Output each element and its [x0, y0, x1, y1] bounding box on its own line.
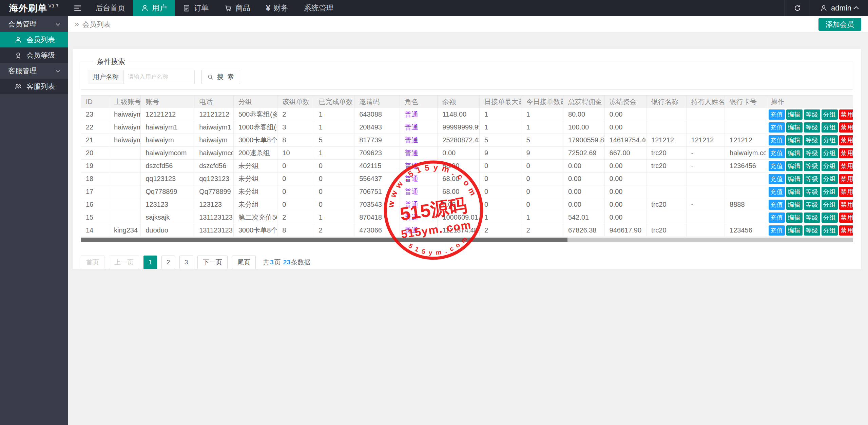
recharge-button[interactable]: 充值 — [769, 174, 785, 184]
disable-button[interactable]: 禁用 — [839, 187, 853, 197]
level-button[interactable]: 等级 — [804, 200, 820, 210]
disable-button[interactable]: 禁用 — [839, 135, 853, 145]
edit-button[interactable]: 编辑 — [786, 161, 803, 171]
add-member-button[interactable]: 添加会员 — [818, 18, 861, 31]
table-cell: 17 — [81, 185, 109, 198]
nav-item-finance[interactable]: ¥ 财务 — [258, 0, 296, 16]
recharge-button[interactable]: 充值 — [769, 225, 785, 236]
pagination-next[interactable]: 下一页 — [197, 256, 228, 269]
sidebar-item-service-list[interactable]: 客服列表 — [0, 79, 68, 94]
level-button[interactable]: 等级 — [804, 122, 820, 133]
recharge-button[interactable]: 充值 — [769, 212, 785, 223]
table-cell: Qq778899 — [141, 185, 194, 198]
nav-item-goods[interactable]: 商品 — [216, 0, 258, 16]
refresh-button[interactable] — [784, 0, 810, 16]
disable-button[interactable]: 禁用 — [839, 200, 853, 210]
column-header: 电话 — [194, 96, 233, 108]
edit-button[interactable]: 编辑 — [786, 225, 803, 236]
pagination-last[interactable]: 尾页 — [232, 256, 256, 269]
table-cell: 402115 — [354, 160, 400, 173]
group-button[interactable]: 分组 — [822, 122, 838, 133]
sidebar-group-member-management[interactable]: 会员管理 — [0, 16, 68, 32]
recharge-button[interactable]: 充值 — [769, 200, 785, 210]
role-link[interactable]: 普通 — [405, 214, 418, 221]
table-cell: 121212 — [725, 134, 766, 147]
edit-button[interactable]: 编辑 — [786, 212, 803, 223]
disable-button[interactable]: 禁用 — [839, 148, 853, 158]
group-button[interactable]: 分组 — [822, 225, 838, 236]
disable-button[interactable]: 禁用 — [839, 109, 853, 120]
pagination-prev[interactable]: 上一页 — [109, 256, 139, 269]
nav-item-dashboard[interactable]: 后台首页 — [88, 0, 133, 16]
edit-button[interactable]: 编辑 — [786, 109, 803, 120]
edit-button[interactable]: 编辑 — [786, 187, 803, 197]
level-button[interactable]: 等级 — [804, 187, 820, 197]
level-button[interactable]: 等级 — [804, 161, 820, 171]
level-button[interactable]: 等级 — [804, 225, 820, 236]
sidebar-item-member-list[interactable]: 会员列表 — [0, 32, 68, 47]
sidebar-group-service-management[interactable]: 客服管理 — [0, 63, 68, 79]
level-button[interactable]: 等级 — [804, 212, 820, 223]
role-link[interactable]: 普通 — [405, 110, 418, 118]
recharge-button[interactable]: 充值 — [769, 135, 785, 145]
group-button[interactable]: 分组 — [822, 200, 838, 210]
table-cell: 未分组 — [233, 198, 277, 211]
member-list-card: 条件搜索 用户名称 搜 索 ID上级账号账号 — [73, 49, 861, 269]
table-cell: 703543 — [354, 198, 400, 211]
disable-button[interactable]: 禁用 — [839, 225, 853, 236]
role-link[interactable]: 普通 — [405, 149, 418, 157]
pagination-first[interactable]: 首页 — [81, 256, 104, 269]
sidebar-toggle-button[interactable] — [68, 0, 88, 16]
role-link[interactable]: 普通 — [405, 201, 418, 208]
level-button[interactable]: 等级 — [804, 135, 820, 145]
disable-button[interactable]: 禁用 — [839, 212, 853, 223]
edit-button[interactable]: 编辑 — [786, 200, 803, 210]
group-button[interactable]: 分组 — [822, 212, 838, 223]
group-button[interactable]: 分组 — [822, 161, 838, 171]
username-input[interactable] — [124, 70, 194, 84]
group-button[interactable]: 分组 — [822, 148, 838, 158]
nav-item-users[interactable]: 用户 — [133, 0, 175, 16]
role-link[interactable]: 普通 — [405, 188, 418, 195]
recharge-button[interactable]: 充值 — [769, 161, 785, 171]
recharge-button[interactable]: 充值 — [769, 148, 785, 158]
column-header: 已完成单数 — [314, 96, 354, 108]
group-button[interactable]: 分组 — [822, 135, 838, 145]
level-button[interactable]: 等级 — [804, 109, 820, 120]
edit-button[interactable]: 编辑 — [786, 135, 803, 145]
nav-item-system[interactable]: 系统管理 — [296, 0, 342, 16]
disable-button[interactable]: 禁用 — [839, 174, 853, 184]
page-button-2[interactable]: 2 — [161, 256, 175, 269]
edit-button[interactable]: 编辑 — [786, 148, 803, 158]
column-header: 该组单数 — [277, 96, 314, 108]
disable-button[interactable]: 禁用 — [839, 122, 853, 133]
search-button[interactable]: 搜 索 — [201, 70, 240, 84]
disable-button[interactable]: 禁用 — [839, 161, 853, 171]
role-link[interactable]: 普通 — [405, 162, 418, 169]
sidebar-item-member-level[interactable]: 会员等级 — [0, 47, 68, 63]
role-link[interactable]: 普通 — [405, 123, 418, 131]
role-link[interactable]: 普通 — [405, 136, 418, 144]
role-link[interactable]: 普通 — [405, 175, 418, 182]
horizontal-scrollbar[interactable] — [81, 238, 853, 242]
group-button[interactable]: 分组 — [822, 187, 838, 197]
user-menu[interactable]: admin — [810, 0, 868, 16]
group-button[interactable]: 分组 — [822, 174, 838, 184]
role-link[interactable]: 普通 — [405, 226, 418, 234]
table-cell — [647, 173, 686, 185]
recharge-button[interactable]: 充值 — [769, 122, 785, 133]
nav-item-orders[interactable]: 订单 — [175, 0, 216, 16]
recharge-button[interactable]: 充值 — [769, 109, 785, 120]
page-button-3[interactable]: 3 — [179, 256, 193, 269]
table-cell — [686, 185, 725, 198]
scrollbar-thumb[interactable] — [81, 238, 567, 242]
recharge-button[interactable]: 充值 — [769, 187, 785, 197]
table-cell: 0.00 — [604, 160, 647, 173]
group-button[interactable]: 分组 — [822, 109, 838, 120]
level-button[interactable]: 等级 — [804, 174, 820, 184]
edit-button[interactable]: 编辑 — [786, 174, 803, 184]
page-button-1[interactable]: 1 — [143, 256, 157, 269]
edit-button[interactable]: 编辑 — [786, 122, 803, 133]
level-button[interactable]: 等级 — [804, 148, 820, 158]
table-body: 23haiwaiym11212121212121212500养客组(多...21… — [81, 108, 853, 237]
